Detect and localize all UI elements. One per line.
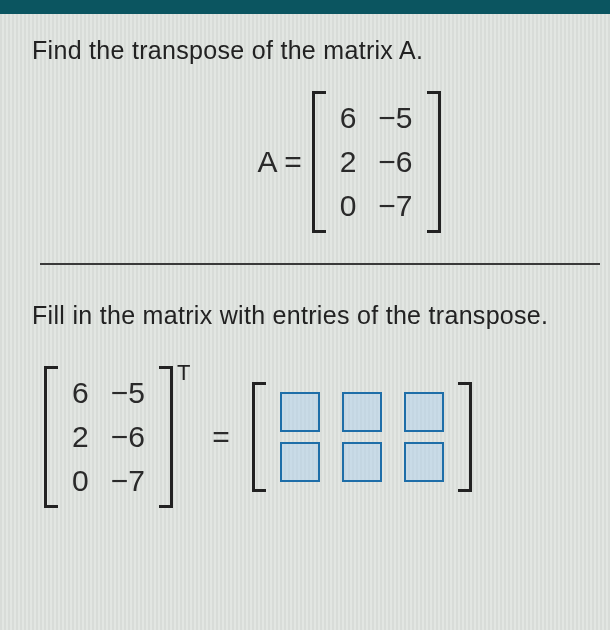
bracket-left-icon [44,366,58,508]
rhs-answer-grid [266,382,458,492]
section-divider [40,263,600,265]
matrix-cell: −7 [378,189,412,223]
matrix-A: 6 −5 2 −6 0 −7 [312,91,441,233]
lhs-matrix-grid: 6 −5 2 −6 0 −7 [58,366,159,508]
matrix-cell: 6 [340,101,357,135]
bracket-left-icon [312,91,326,233]
bracket-left-icon [252,382,266,492]
bracket-right-icon [159,366,173,508]
answer-cell-0-0[interactable] [280,392,320,432]
transpose-superscript: T [177,360,190,386]
matrix-cell: 6 [72,376,89,410]
matrix-cell: 0 [340,189,357,223]
lhs-transpose: 6 −5 2 −6 0 −7 T [44,366,190,508]
answer-prompt: Fill in the matrix with entries of the t… [32,297,586,342]
answer-cell-1-0[interactable] [280,442,320,482]
answer-cell-1-1[interactable] [342,442,382,482]
content-area: Find the transpose of the matrix A. A = … [0,14,610,508]
bracket-right-icon [458,382,472,492]
matrix-cell: −6 [111,420,145,454]
answer-cell-0-1[interactable] [342,392,382,432]
question-prompt: Find the transpose of the matrix A. [32,32,586,77]
matrix-cell: 2 [340,145,357,179]
equals-sign: = [206,420,236,454]
matrix-cell: −6 [378,145,412,179]
matrix-cell: 2 [72,420,89,454]
window-titlebar [0,0,610,14]
answer-cell-1-2[interactable] [404,442,444,482]
matrix-cell: −7 [111,464,145,498]
lhs-matrix: 6 −5 2 −6 0 −7 [44,366,173,508]
answer-cell-0-2[interactable] [404,392,444,432]
transpose-equation: 6 −5 2 −6 0 −7 T = [32,366,586,508]
matrix-cell: 0 [72,464,89,498]
matrix-cell: −5 [378,101,412,135]
matrix-A-grid: 6 −5 2 −6 0 −7 [326,91,427,233]
rhs-answer-matrix [252,382,472,492]
matrix-equation-A: A = 6 −5 2 −6 0 −7 [112,91,586,233]
lhs-label: A = [257,145,301,179]
matrix-cell: −5 [111,376,145,410]
bracket-right-icon [427,91,441,233]
